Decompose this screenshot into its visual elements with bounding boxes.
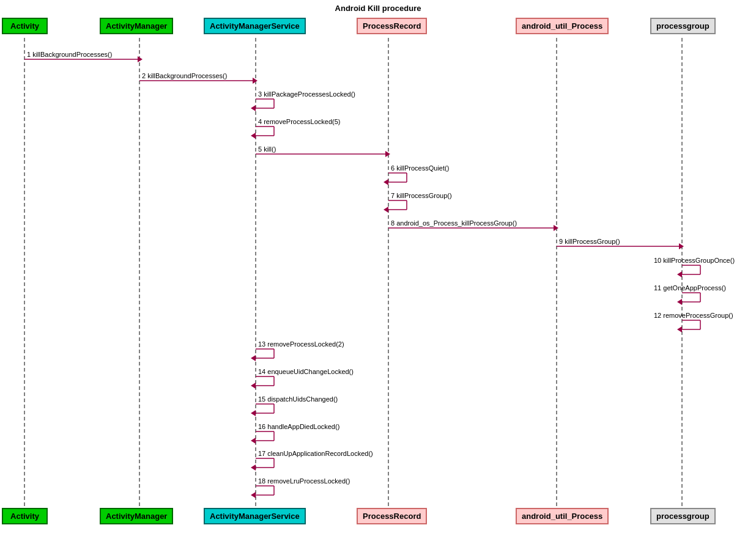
svg-marker-23 bbox=[385, 151, 390, 157]
svg-text:10 killProcessGroupOnce(): 10 killProcessGroupOnce() bbox=[654, 257, 735, 264]
svg-text:3 killPackageProcessesLocked(): 3 killPackageProcessesLocked() bbox=[258, 90, 355, 98]
svg-text:4 removeProcessLocked(5): 4 removeProcessLocked(5) bbox=[258, 118, 341, 125]
svg-marker-10 bbox=[253, 78, 258, 84]
svg-marker-33 bbox=[384, 207, 388, 213]
svg-text:17 cleanUpApplicationRecordLoc: 17 cleanUpApplicationRecordLocked() bbox=[258, 450, 373, 457]
svg-marker-15 bbox=[251, 105, 256, 111]
svg-marker-49 bbox=[677, 299, 682, 305]
svg-marker-84 bbox=[251, 492, 256, 498]
svg-text:7 killProcessGroup(): 7 killProcessGroup() bbox=[391, 192, 452, 199]
svg-text:1 killBackgroundProcesses(): 1 killBackgroundProcesses() bbox=[27, 51, 112, 58]
svg-marker-59 bbox=[251, 355, 256, 361]
svg-text:13 removeProcessLocked(2): 13 removeProcessLocked(2) bbox=[258, 340, 344, 348]
svg-text:6 killProcessQuiet(): 6 killProcessQuiet() bbox=[391, 164, 449, 172]
svg-text:5 kill(): 5 kill() bbox=[258, 145, 276, 153]
svg-text:2 killBackgroundProcesses(): 2 killBackgroundProcesses() bbox=[142, 72, 227, 79]
svg-marker-7 bbox=[138, 56, 143, 62]
svg-marker-79 bbox=[251, 464, 256, 471]
diagram: Android Kill procedure Activity Activity… bbox=[0, 0, 756, 536]
svg-text:8 android_os_Process_killProce: 8 android_os_Process_killProcessGroup() bbox=[391, 219, 517, 227]
svg-marker-74 bbox=[251, 438, 256, 444]
svg-text:11 getOneAppProcess(): 11 getOneAppProcess() bbox=[654, 284, 726, 292]
svg-text:15 dispatchUidsChanged(): 15 dispatchUidsChanged() bbox=[258, 395, 338, 403]
svg-text:16 handleAppDiedLocked(): 16 handleAppDiedLocked() bbox=[258, 423, 339, 430]
svg-text:12 removeProcessGroup(): 12 removeProcessGroup() bbox=[654, 312, 733, 319]
svg-marker-54 bbox=[677, 326, 682, 332]
svg-text:18 removeLruProcessLocked(): 18 removeLruProcessLocked() bbox=[258, 477, 350, 485]
svg-marker-20 bbox=[251, 133, 256, 139]
svg-marker-44 bbox=[677, 271, 682, 277]
svg-marker-36 bbox=[554, 225, 558, 231]
svg-text:14 enqueueUidChangeLocked(): 14 enqueueUidChangeLocked() bbox=[258, 368, 354, 375]
svg-marker-28 bbox=[384, 179, 388, 185]
svg-marker-69 bbox=[251, 410, 256, 416]
svg-marker-64 bbox=[251, 383, 256, 389]
svg-marker-39 bbox=[679, 243, 684, 249]
svg-text:9 killProcessGroup(): 9 killProcessGroup() bbox=[559, 238, 620, 245]
